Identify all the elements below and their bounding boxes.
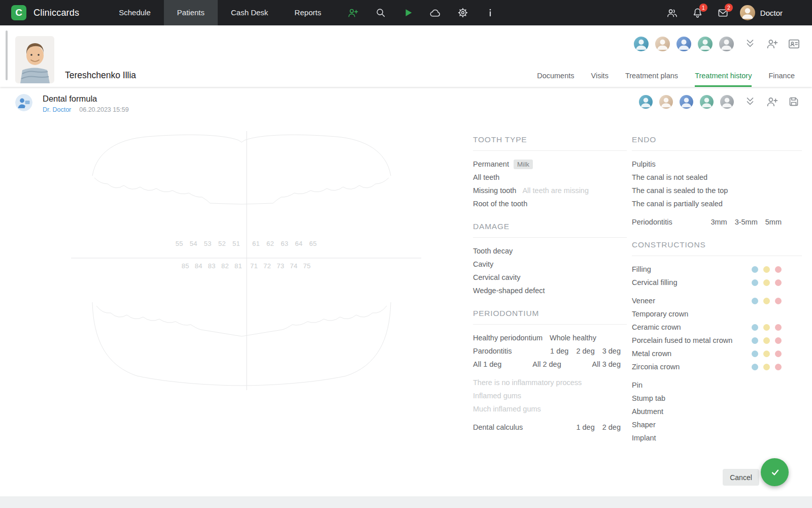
nav-item-schedule[interactable]: Schedule	[106, 0, 164, 25]
option-missing-tooth[interactable]: Missing tooth	[473, 186, 516, 195]
tab-documents[interactable]: Documents	[537, 65, 574, 87]
expand-double-chevron-icon[interactable]	[744, 96, 757, 109]
assign-doctor-icon[interactable]	[766, 96, 779, 109]
tooth-number-53[interactable]: 53	[204, 240, 212, 247]
user-name[interactable]: Doctor	[760, 9, 783, 17]
color-dot-blue[interactable]	[752, 298, 758, 304]
tooth-number-52[interactable]: 52	[218, 240, 226, 247]
tooth-number-62[interactable]: 62	[266, 240, 274, 247]
option-all-1-deg[interactable]: All 1 deg	[473, 360, 501, 368]
user-avatar[interactable]	[740, 5, 755, 20]
doctor-avatar[interactable]	[659, 95, 673, 109]
option-3mm[interactable]: 3mm	[710, 218, 727, 226]
option-pin[interactable]: Pin	[632, 381, 642, 389]
option-the-canal-is-not-sealed[interactable]: The canal is not sealed	[632, 173, 707, 181]
tooth-number-82[interactable]: 82	[221, 262, 229, 270]
search-icon[interactable]	[367, 0, 394, 25]
doctor-avatar[interactable]	[719, 37, 734, 51]
option-wedge-shaped-defect[interactable]: Wedge-shaped defect	[473, 287, 545, 295]
tooth-number-71[interactable]: 71	[250, 262, 258, 270]
info-icon[interactable]	[477, 0, 504, 25]
color-dot-yellow[interactable]	[763, 364, 770, 370]
color-dot-yellow[interactable]	[763, 266, 770, 273]
option-implant[interactable]: Implant	[632, 434, 656, 442]
record-doctor-link[interactable]: Dr. Doctor	[43, 106, 71, 113]
option-veneer[interactable]: Veneer	[632, 297, 655, 305]
tooth-number-55[interactable]: 55	[176, 240, 183, 247]
tooth-number-74[interactable]: 74	[290, 262, 297, 270]
option-healthy-periodontium[interactable]: Healthy periodontium	[473, 334, 543, 342]
option-2-deg[interactable]: 2 deg	[576, 347, 594, 355]
tooth-number-65[interactable]: 65	[309, 240, 317, 247]
doctor-avatar[interactable]	[676, 37, 691, 51]
color-dot-yellow[interactable]	[763, 337, 770, 344]
play-icon[interactable]	[394, 0, 422, 25]
patient-photo[interactable]	[15, 36, 54, 83]
option-root-of-the-tooth[interactable]: Root of the tooth	[473, 200, 527, 208]
add-patient-icon[interactable]	[340, 0, 367, 25]
doctor-avatar[interactable]	[720, 95, 734, 109]
color-dot-red[interactable]	[775, 266, 782, 273]
option-ceramic-crown[interactable]: Ceramic crown	[632, 323, 681, 331]
tooth-number-72[interactable]: 72	[263, 262, 271, 270]
tooth-number-84[interactable]: 84	[195, 262, 202, 270]
tooth-number-63[interactable]: 63	[281, 240, 288, 247]
tooth-number-73[interactable]: 73	[277, 262, 284, 270]
doctor-avatar[interactable]	[634, 37, 649, 51]
color-dot-blue[interactable]	[752, 337, 758, 344]
tooth-number-85[interactable]: 85	[182, 262, 189, 270]
option-stump-tab[interactable]: Stump tab	[632, 394, 665, 402]
save-icon[interactable]	[788, 96, 801, 109]
option-1-deg[interactable]: 1 deg	[576, 423, 594, 431]
tooth-number-51[interactable]: 51	[232, 240, 240, 247]
color-dot-yellow[interactable]	[763, 324, 770, 331]
option-the-canal-is-sealed-to-the-top[interactable]: The canal is sealed to the top	[632, 186, 728, 195]
option-2-deg[interactable]: 2 deg	[602, 423, 621, 431]
option-whole-healthy[interactable]: Whole healthy	[550, 334, 596, 342]
color-dot-blue[interactable]	[752, 266, 758, 273]
option-all-2-deg[interactable]: All 2 deg	[532, 360, 561, 368]
option-metal-crown[interactable]: Metal crown	[632, 350, 671, 358]
color-dot-blue[interactable]	[752, 324, 758, 331]
dental-formula-record-icon[interactable]	[15, 94, 32, 111]
settings-gear-icon[interactable]	[449, 0, 477, 25]
option-cervical-cavity[interactable]: Cervical cavity	[473, 273, 520, 281]
doctor-avatar[interactable]	[680, 95, 693, 109]
nav-item-patients[interactable]: Patients	[164, 0, 218, 25]
option-periodontitis[interactable]: Periodontitis	[632, 218, 672, 226]
bottom-scroll-track[interactable]	[0, 496, 812, 508]
mail-icon[interactable]: 2	[710, 0, 736, 25]
doctor-avatar[interactable]	[700, 95, 714, 109]
tooth-number-61[interactable]: 61	[252, 240, 260, 247]
option-zirconia-crown[interactable]: Zirconia crown	[632, 363, 680, 371]
color-dot-red[interactable]	[775, 298, 782, 304]
option-3-5mm[interactable]: 3-5mm	[735, 218, 758, 226]
doctor-avatar[interactable]	[639, 95, 653, 109]
tab-visits[interactable]: Visits	[591, 65, 608, 87]
tooth-number-54[interactable]: 54	[190, 240, 197, 247]
option-all-teeth[interactable]: All teeth	[473, 173, 499, 181]
left-scrollbar-thumb[interactable]	[6, 30, 8, 80]
option-3-deg[interactable]: 3 deg	[602, 347, 621, 355]
option-the-canal-is-partially-sealed[interactable]: The canal is partially sealed	[632, 200, 723, 208]
option-dental-calculus[interactable]: Dental calculus	[473, 423, 523, 431]
option-1-deg[interactable]: 1 deg	[550, 347, 568, 355]
option-temporary-crown[interactable]: Temporary crown	[632, 310, 688, 318]
color-dot-blue[interactable]	[752, 279, 758, 286]
tooth-number-64[interactable]: 64	[295, 240, 302, 247]
option-cavity[interactable]: Cavity	[473, 260, 493, 268]
color-dot-red[interactable]	[775, 279, 782, 286]
color-dot-red[interactable]	[775, 364, 782, 370]
color-dot-red[interactable]	[775, 351, 782, 357]
option-cervical-filling[interactable]: Cervical filling	[632, 278, 677, 287]
tab-treatment-history[interactable]: Treatment history	[695, 65, 752, 87]
tooth-number-75[interactable]: 75	[303, 262, 311, 270]
doctor-avatar[interactable]	[698, 37, 713, 51]
color-dot-red[interactable]	[775, 337, 782, 344]
tooth-number-81[interactable]: 81	[234, 262, 242, 270]
contacts-icon[interactable]	[660, 0, 685, 25]
color-dot-red[interactable]	[775, 324, 782, 331]
cliniccards-logo[interactable]: C	[11, 5, 26, 20]
contact-card-icon[interactable]	[788, 38, 801, 51]
option-5mm[interactable]: 5mm	[765, 218, 782, 226]
